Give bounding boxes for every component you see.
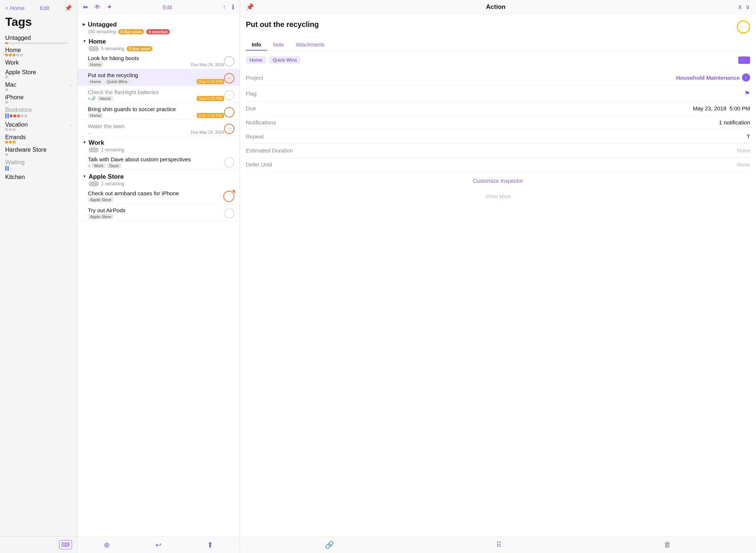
sidebar-item-errands[interactable]: Errands [0, 132, 77, 144]
sidebar-item-hardware-store[interactable]: Hardware Store [0, 144, 77, 157]
back-button[interactable]: < Home [5, 5, 25, 11]
task-item[interactable]: Check out armband cases for iPhone Apple… [78, 187, 240, 204]
sidebar-item-untagged[interactable]: Untagged [0, 32, 77, 45]
pin-icon[interactable]: 📌 [65, 4, 72, 11]
dot-icon [5, 153, 8, 156]
sidebar-item-waiting[interactable]: Waiting ✦ [0, 157, 77, 172]
sidebar-item-apple-store[interactable]: Apple Store [0, 67, 77, 79]
dots-grid-icon[interactable]: ⠿ [496, 540, 502, 549]
detail-row-due[interactable]: Due May 23, 2018 5:00 PM [246, 102, 750, 116]
dot-icon [5, 101, 8, 104]
group-name: Home [89, 38, 234, 45]
detail-row-project[interactable]: Project Household Maintenance › [246, 70, 750, 86]
middle-footer: ⊕ ↩ ⬆ [78, 536, 240, 553]
more-tags-button[interactable]: ··· [738, 56, 750, 64]
task-complete-circle[interactable]: ▶ [223, 191, 234, 202]
project-arrow-icon: › [742, 73, 750, 82]
sidebar: < Home Edit 📌 Tags Untagged Home [0, 0, 78, 553]
group-home[interactable]: ▼ Home 5 remaining 3 due soon [78, 35, 240, 52]
detail-task-circle[interactable]: ··· [737, 20, 750, 34]
share-icon[interactable]: ↑ [223, 3, 226, 11]
sidebar-list: Untagged Home Work Apple Store [0, 32, 77, 536]
field-value: None [737, 147, 750, 154]
task-complete-circle[interactable] [224, 56, 234, 66]
detail-row-defer[interactable]: Defer Until None [246, 158, 750, 172]
clean-icon[interactable]: ✦ [107, 3, 112, 11]
sidebar-item-vacation[interactable]: Vacation › [0, 119, 77, 132]
sidebar-item-iphone[interactable]: iPhone [0, 92, 77, 104]
detail-row-duration[interactable]: Estimated Duration None [246, 144, 750, 158]
flag-icon: ⚑ [744, 89, 750, 97]
detail-row-notifications[interactable]: Notifications 1 notification [246, 116, 750, 130]
task-item[interactable]: Try out AirPods Apple Store [78, 204, 240, 221]
task-due-overdue: Due 5:00 PM [197, 79, 224, 84]
eye-icon[interactable]: 👁 [94, 3, 101, 11]
middle-toolbar: ⬌ 👁 ✦ Edit ↑ ℹ [78, 0, 240, 14]
toggle[interactable] [89, 46, 99, 51]
trash-icon[interactable]: 🗑 [664, 540, 671, 549]
badge-soon: 3 due soon [127, 46, 152, 51]
task-item[interactable]: Check the flashlight batteries ≡ 🔗 Home … [78, 86, 240, 103]
task-tag: Home [88, 62, 103, 67]
task-item[interactable]: Water the lawn … Due May 29, 2018 ··· [78, 120, 240, 136]
badge-soon: 8 due soon [118, 29, 144, 34]
share-button[interactable]: ⬆ [207, 540, 213, 549]
toggle[interactable] [89, 181, 99, 186]
task-item[interactable]: Talk with Dave about custom perspectives… [78, 153, 240, 170]
add-task-button[interactable]: ⊕ [104, 540, 110, 549]
terminal-icon[interactable]: ⌨ [59, 540, 72, 549]
task-item-selected[interactable]: Put out the recycling Home Quick Wins Du… [78, 69, 240, 86]
sidebar-item-work[interactable]: Work [0, 57, 77, 67]
task-complete-circle[interactable] [224, 90, 234, 100]
middle-edit-button[interactable]: Edit [163, 4, 172, 10]
collapse-icon: ▼ [83, 39, 86, 43]
nav-up-button[interactable]: ∧ [738, 3, 742, 11]
task-complete-circle[interactable] [224, 157, 234, 168]
detail-row-repeat[interactable]: Repeat T [246, 130, 750, 144]
group-name: Untagged [88, 21, 234, 28]
task-complete-circle[interactable]: ··· [224, 124, 234, 134]
bar-icon [7, 166, 9, 171]
tab-attachments[interactable]: Attachments [290, 40, 330, 51]
group-apple-store[interactable]: ▼ Apple Store 2 remaining [78, 170, 240, 187]
nav-down-button[interactable]: ∨ [745, 3, 750, 11]
task-item[interactable]: Look for hiking boots Home Due May 26, 2… [78, 52, 240, 69]
sidebar-item-home[interactable]: Home [0, 45, 77, 57]
perspective-icon[interactable]: ⬌ [83, 3, 88, 11]
task-tag: Quick Wins [104, 79, 130, 84]
pin-icon[interactable]: 📌 [246, 3, 254, 11]
task-complete-circle[interactable] [224, 208, 234, 219]
detail-row-flag[interactable]: Flag ⚑ [246, 86, 750, 102]
detail-tag[interactable]: Quick Wins [269, 56, 301, 64]
task-complete-circle[interactable]: ··· [224, 73, 234, 83]
group-sub: 5 remaining 3 due soon [89, 46, 234, 51]
task-due: Due May 29, 2018 [191, 130, 224, 134]
sidebar-item-kitchen[interactable]: Kitchen [0, 172, 77, 181]
group-untagged[interactable]: ▶ Untagged 160 remaining 8 due soon 4 ov… [78, 18, 240, 35]
group-work[interactable]: ▼ Work 1 remaining [78, 136, 240, 153]
right-footer: 🔗 ⠿ 🗑 [240, 536, 756, 553]
sidebar-item-bookstore[interactable]: Bookstore [0, 104, 77, 119]
task-complete-circle[interactable] [224, 107, 234, 117]
customize-inspector-link[interactable]: Customize Inspector [246, 172, 750, 190]
note-icon: ≡ [88, 96, 90, 101]
toggle[interactable] [89, 147, 99, 152]
collapse-icon: ▶ [83, 22, 86, 26]
undo-button[interactable]: ↩ [155, 540, 162, 549]
collapse-icon: ▼ [83, 140, 86, 144]
field-value: T [747, 133, 750, 140]
task-item[interactable]: Bring shin guards to soccer practice Hom… [78, 103, 240, 120]
task-tag: Work [92, 163, 105, 168]
chevron-right-icon: › [71, 122, 72, 128]
tab-note[interactable]: Note [267, 40, 290, 51]
show-more-button[interactable]: Show More [246, 190, 750, 203]
task-tag: Apple Store [88, 197, 113, 202]
sidebar-item-mac[interactable]: Mac › [0, 79, 77, 92]
tab-info[interactable]: Info [246, 40, 267, 51]
dot-icon [13, 141, 16, 144]
detail-tag[interactable]: Home [246, 56, 266, 64]
sidebar-edit-button[interactable]: Edit [40, 5, 49, 11]
info-icon[interactable]: ℹ [232, 3, 234, 11]
link-icon[interactable]: 🔗 [325, 540, 334, 549]
field-label: Notifications [246, 119, 298, 126]
